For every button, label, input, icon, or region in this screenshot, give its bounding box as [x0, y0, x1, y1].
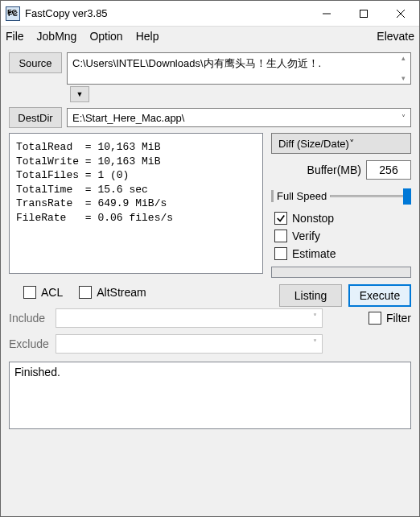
close-button[interactable]: [382, 1, 419, 26]
chevron-down-icon: ˅: [401, 114, 406, 122]
filter-label: Filter: [386, 312, 411, 325]
speed-slider[interactable]: [330, 186, 411, 205]
progress-bar: [271, 267, 411, 278]
acl-label: ACL: [41, 286, 63, 299]
source-path-text: C:\Users\INTEL\Downloads\内有鹰头马！生人勿近！.: [72, 57, 321, 69]
altstream-checkbox[interactable]: AltStream: [79, 286, 146, 299]
speed-label: Full Speed: [271, 190, 327, 202]
menu-help[interactable]: Help: [136, 30, 159, 43]
chevron-down-icon: ˅: [349, 138, 355, 150]
source-path-input[interactable]: C:\Users\INTEL\Downloads\内有鹰头马！生人勿近！. ▴ …: [67, 52, 411, 85]
menu-elevate[interactable]: Elevate: [377, 30, 414, 43]
app-window: FC FastCopy ver3.85 File JobMng Option H…: [0, 0, 420, 517]
estimate-checkbox[interactable]: Estimate: [274, 247, 411, 260]
copy-mode-combo[interactable]: Diff (Size/Date) ˅: [271, 133, 411, 154]
verify-label: Verify: [292, 230, 320, 242]
menu-option[interactable]: Option: [89, 30, 122, 43]
menu-bar: File JobMng Option Help Elevate: [1, 27, 419, 46]
filter-checkbox[interactable]: Filter: [369, 312, 411, 325]
source-button[interactable]: Source: [9, 52, 62, 73]
app-icon: FC: [6, 6, 20, 21]
chevron-down-icon: ˅: [313, 312, 317, 321]
copy-mode-value: Diff (Size/Date): [278, 138, 349, 150]
source-history-button[interactable]: ▼: [70, 86, 89, 102]
scroll-down-icon[interactable]: ▾: [397, 75, 409, 82]
scroll-up-icon[interactable]: ▴: [397, 55, 409, 62]
maximize-button[interactable]: [345, 1, 382, 26]
acl-checkbox[interactable]: ACL: [23, 286, 63, 299]
title-bar[interactable]: FC FastCopy ver3.85: [1, 1, 419, 27]
estimate-label: Estimate: [292, 247, 336, 260]
chevron-down-icon: ˅: [313, 338, 317, 347]
nonstop-checkbox[interactable]: Nonstop: [274, 212, 411, 225]
menu-jobmng[interactable]: JobMng: [37, 30, 77, 43]
menu-file[interactable]: File: [6, 30, 24, 43]
buffer-label: Buffer(MB): [307, 163, 361, 176]
verify-checkbox[interactable]: Verify: [274, 230, 411, 242]
minimize-button[interactable]: [308, 1, 345, 26]
nonstop-label: Nonstop: [292, 212, 334, 225]
dest-path-text: E:\Start_Here_Mac.app\: [72, 112, 184, 124]
slider-thumb[interactable]: [403, 188, 411, 205]
destdir-button[interactable]: DestDir: [9, 107, 62, 128]
exclude-combo[interactable]: ˅: [56, 334, 323, 354]
log-output: Finished.: [9, 362, 411, 429]
svg-rect-1: [360, 10, 368, 17]
exclude-label: Exclude: [9, 337, 51, 350]
window-title: FastCopy ver3.85: [25, 7, 108, 19]
source-scroll[interactable]: ▴ ▾: [397, 55, 409, 82]
stats-panel: TotalRead = 10,163 MiB TotalWrite = 10,1…: [9, 133, 263, 274]
chevron-down-icon: ▼: [76, 90, 84, 98]
include-combo[interactable]: ˅: [56, 308, 323, 328]
include-label: Include: [9, 312, 51, 325]
altstream-label: AltStream: [97, 286, 146, 299]
buffer-input[interactable]: 256: [366, 160, 411, 180]
dest-path-combo[interactable]: E:\Start_Here_Mac.app\ ˅: [67, 108, 411, 127]
